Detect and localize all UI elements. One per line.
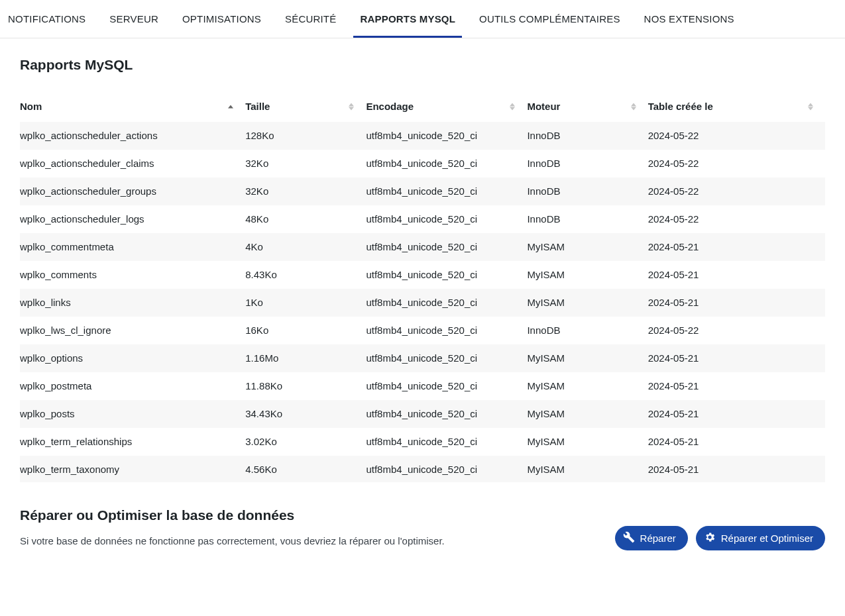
cell-created: 2024-05-21 <box>648 456 825 483</box>
cell-taille: 1Ko <box>245 289 366 317</box>
cell-nom: wplko_actionscheduler_logs <box>20 205 245 233</box>
sort-icon <box>631 103 636 110</box>
cell-moteur: InnoDB <box>527 150 648 178</box>
cell-nom: wplko_options <box>20 344 245 372</box>
cell-taille: 4Ko <box>245 233 366 261</box>
cell-moteur: MyISAM <box>527 428 648 456</box>
column-header-encodage[interactable]: Encodage <box>366 91 527 122</box>
cell-moteur: MyISAM <box>527 456 648 483</box>
cell-nom: wplko_actionscheduler_claims <box>20 150 245 178</box>
cell-encodage: utf8mb4_unicode_520_ci <box>366 261 527 289</box>
tab-notifications[interactable]: NOTIFICATIONS <box>3 4 92 38</box>
cell-encodage: utf8mb4_unicode_520_ci <box>366 178 527 205</box>
cell-encodage: utf8mb4_unicode_520_ci <box>366 150 527 178</box>
cell-encodage: utf8mb4_unicode_520_ci <box>366 428 527 456</box>
button-label: Réparer et Optimiser <box>721 533 813 544</box>
cell-created: 2024-05-22 <box>648 178 825 205</box>
column-header-taille[interactable]: Taille <box>245 91 366 122</box>
cell-nom: wplko_posts <box>20 400 245 428</box>
cell-moteur: MyISAM <box>527 400 648 428</box>
cell-taille: 32Ko <box>245 150 366 178</box>
cell-created: 2024-05-21 <box>648 261 825 289</box>
column-header-nom[interactable]: Nom <box>20 91 245 122</box>
table-row: wplko_commentmeta4Koutf8mb4_unicode_520_… <box>20 233 825 261</box>
cell-taille: 32Ko <box>245 178 366 205</box>
cell-nom: wplko_term_relationships <box>20 428 245 456</box>
tab-nos-extensions[interactable]: NOS EXTENSIONS <box>638 4 741 38</box>
column-header-moteur[interactable]: Moteur <box>527 91 648 122</box>
cell-encodage: utf8mb4_unicode_520_ci <box>366 456 527 483</box>
cell-encodage: utf8mb4_unicode_520_ci <box>366 400 527 428</box>
cell-taille: 48Ko <box>245 205 366 233</box>
cell-encodage: utf8mb4_unicode_520_ci <box>366 317 527 344</box>
cell-created: 2024-05-21 <box>648 400 825 428</box>
cell-moteur: InnoDB <box>527 317 648 344</box>
tab-serveur[interactable]: SERVEUR <box>103 4 165 38</box>
cell-taille: 4.56Ko <box>245 456 366 483</box>
tab-optimisations[interactable]: OPTIMISATIONS <box>176 4 268 38</box>
sort-icon <box>510 103 515 110</box>
repair-desc: Si votre base de données ne fonctionne p… <box>20 535 445 546</box>
table-row: wplko_posts34.43Koutf8mb4_unicode_520_ci… <box>20 400 825 428</box>
cell-nom: wplko_lws_cl_ignore <box>20 317 245 344</box>
cell-taille: 16Ko <box>245 317 366 344</box>
cell-encodage: utf8mb4_unicode_520_ci <box>366 372 527 400</box>
table-row: wplko_comments8.43Koutf8mb4_unicode_520_… <box>20 261 825 289</box>
table-row: wplko_postmeta11.88Koutf8mb4_unicode_520… <box>20 372 825 400</box>
cell-taille: 3.02Ko <box>245 428 366 456</box>
cell-moteur: InnoDB <box>527 205 648 233</box>
cell-encodage: utf8mb4_unicode_520_ci <box>366 233 527 261</box>
tab-outils-compl-mentaires[interactable]: OUTILS COMPLÉMENTAIRES <box>473 4 627 38</box>
repair-title: Réparer ou Optimiser la base de données <box>20 507 445 523</box>
table-scroll-area[interactable]: Nom Taille Encodage Moteur <box>20 91 825 482</box>
cell-moteur: MyISAM <box>527 289 648 317</box>
table-row: wplko_actionscheduler_claims32Koutf8mb4_… <box>20 150 825 178</box>
cell-moteur: MyISAM <box>527 372 648 400</box>
cell-taille: 34.43Ko <box>245 400 366 428</box>
sort-asc-icon <box>228 105 233 108</box>
tools-icon <box>623 531 635 545</box>
cell-nom: wplko_actionscheduler_actions <box>20 122 245 150</box>
cell-moteur: InnoDB <box>527 178 648 205</box>
sort-icon <box>349 103 354 110</box>
cell-created: 2024-05-21 <box>648 372 825 400</box>
tab-s-curit-[interactable]: SÉCURITÉ <box>278 4 343 38</box>
table-row: wplko_options1.16Moutf8mb4_unicode_520_c… <box>20 344 825 372</box>
cell-created: 2024-05-22 <box>648 122 825 150</box>
table-row: wplko_actionscheduler_logs48Koutf8mb4_un… <box>20 205 825 233</box>
cell-taille: 1.16Mo <box>245 344 366 372</box>
cell-created: 2024-05-21 <box>648 233 825 261</box>
repair-optimize-button[interactable]: Réparer et Optimiser <box>696 526 825 550</box>
section-title: Rapports MySQL <box>20 57 825 73</box>
repair-optimize-section: Réparer ou Optimiser la base de données … <box>0 495 845 564</box>
table-row: wplko_term_relationships3.02Koutf8mb4_un… <box>20 428 825 456</box>
cell-encodage: utf8mb4_unicode_520_ci <box>366 122 527 150</box>
cell-taille: 11.88Ko <box>245 372 366 400</box>
cell-created: 2024-05-22 <box>648 317 825 344</box>
table-row: wplko_links1Koutf8mb4_unicode_520_ciMyIS… <box>20 289 825 317</box>
cell-encodage: utf8mb4_unicode_520_ci <box>366 289 527 317</box>
tab-rapports-mysql[interactable]: RAPPORTS MYSQL <box>353 4 462 38</box>
cell-moteur: InnoDB <box>527 122 648 150</box>
column-header-created[interactable]: Table créée le <box>648 91 825 122</box>
cell-moteur: MyISAM <box>527 344 648 372</box>
cell-nom: wplko_links <box>20 289 245 317</box>
mysql-reports-section: Rapports MySQL Nom Taille Encodage <box>0 38 845 495</box>
cell-encodage: utf8mb4_unicode_520_ci <box>366 205 527 233</box>
repair-button[interactable]: Réparer <box>615 526 688 550</box>
cell-created: 2024-05-22 <box>648 150 825 178</box>
cell-nom: wplko_actionscheduler_groups <box>20 178 245 205</box>
cell-created: 2024-05-22 <box>648 205 825 233</box>
cell-nom: wplko_term_taxonomy <box>20 456 245 483</box>
table-row: wplko_term_taxonomy4.56Koutf8mb4_unicode… <box>20 456 825 483</box>
cell-taille: 128Ko <box>245 122 366 150</box>
cell-created: 2024-05-21 <box>648 289 825 317</box>
mysql-tables-list: Nom Taille Encodage Moteur <box>20 91 825 482</box>
sort-icon <box>808 103 813 110</box>
cell-moteur: MyISAM <box>527 233 648 261</box>
table-row: wplko_lws_cl_ignore16Koutf8mb4_unicode_5… <box>20 317 825 344</box>
cell-created: 2024-05-21 <box>648 344 825 372</box>
cell-encodage: utf8mb4_unicode_520_ci <box>366 344 527 372</box>
cell-nom: wplko_comments <box>20 261 245 289</box>
tab-bar: NOTIFICATIONSSERVEUROPTIMISATIONSSÉCURIT… <box>0 4 845 38</box>
